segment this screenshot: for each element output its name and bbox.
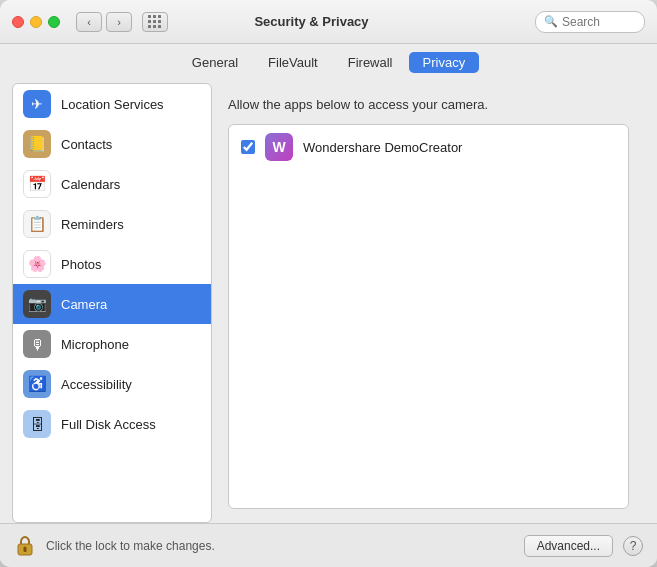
- search-input[interactable]: [562, 15, 636, 29]
- camera-icon: 📷: [23, 290, 51, 318]
- sidebar-item-calendars[interactable]: 📅 Calendars: [13, 164, 211, 204]
- reminders-icon: 📋: [23, 210, 51, 238]
- content-area: Allow the apps below to access your came…: [212, 83, 645, 523]
- help-button[interactable]: ?: [623, 536, 643, 556]
- sidebar-item-location-services[interactable]: ✈ Location Services: [13, 84, 211, 124]
- window-title: Security & Privacy: [98, 14, 525, 29]
- minimize-button[interactable]: [30, 16, 42, 28]
- search-icon: 🔍: [544, 15, 558, 28]
- photos-icon: 🌸: [23, 250, 51, 278]
- sidebar-item-label: Calendars: [61, 177, 120, 192]
- advanced-button[interactable]: Advanced...: [524, 535, 613, 557]
- democreator-icon: W: [265, 133, 293, 161]
- app-name-wondershare: Wondershare DemoCreator: [303, 140, 462, 155]
- sidebar-item-label: Accessibility: [61, 377, 132, 392]
- main-area: ✈ Location Services 📒 Contacts 📅 Calenda…: [0, 79, 657, 523]
- tab-firewall[interactable]: Firewall: [334, 52, 407, 73]
- content-description: Allow the apps below to access your came…: [228, 97, 629, 112]
- traffic-lights: [12, 16, 60, 28]
- sidebar-item-microphone[interactable]: 🎙 Microphone: [13, 324, 211, 364]
- tab-filevault[interactable]: FileVault: [254, 52, 332, 73]
- app-item: W Wondershare DemoCreator: [229, 125, 628, 169]
- accessibility-icon: ♿: [23, 370, 51, 398]
- sidebar-item-label: Reminders: [61, 217, 124, 232]
- titlebar: ‹ › Security & Privacy 🔍: [0, 0, 657, 44]
- window: ‹ › Security & Privacy 🔍 General FileVau…: [0, 0, 657, 567]
- svg-point-2: [24, 546, 27, 549]
- sidebar-item-label: Photos: [61, 257, 101, 272]
- sidebar-item-label: Contacts: [61, 137, 112, 152]
- sidebar-item-reminders[interactable]: 📋 Reminders: [13, 204, 211, 244]
- bottombar: Click the lock to make changes. Advanced…: [0, 523, 657, 567]
- maximize-button[interactable]: [48, 16, 60, 28]
- sidebar-item-accessibility[interactable]: ♿ Accessibility: [13, 364, 211, 404]
- lock-icon[interactable]: [14, 535, 36, 557]
- location-services-icon: ✈: [23, 90, 51, 118]
- sidebar-item-label: Full Disk Access: [61, 417, 156, 432]
- contacts-icon: 📒: [23, 130, 51, 158]
- sidebar-item-label: Location Services: [61, 97, 164, 112]
- close-button[interactable]: [12, 16, 24, 28]
- lock-label: Click the lock to make changes.: [46, 539, 514, 553]
- sidebar-item-photos[interactable]: 🌸 Photos: [13, 244, 211, 284]
- tabbar: General FileVault Firewall Privacy: [0, 44, 657, 79]
- calendars-icon: 📅: [23, 170, 51, 198]
- tab-general[interactable]: General: [178, 52, 252, 73]
- microphone-icon: 🎙: [23, 330, 51, 358]
- sidebar-item-label: Microphone: [61, 337, 129, 352]
- search-box[interactable]: 🔍: [535, 11, 645, 33]
- tab-privacy[interactable]: Privacy: [409, 52, 480, 73]
- sidebar-item-full-disk-access[interactable]: 🗄 Full Disk Access: [13, 404, 211, 444]
- sidebar-item-contacts[interactable]: 📒 Contacts: [13, 124, 211, 164]
- sidebar-item-label: Camera: [61, 297, 107, 312]
- sidebar-item-camera[interactable]: 📷 Camera: [13, 284, 211, 324]
- sidebar: ✈ Location Services 📒 Contacts 📅 Calenda…: [12, 83, 212, 523]
- app-checkbox-wondershare[interactable]: [241, 140, 255, 154]
- apps-list: W Wondershare DemoCreator: [228, 124, 629, 509]
- full-disk-access-icon: 🗄: [23, 410, 51, 438]
